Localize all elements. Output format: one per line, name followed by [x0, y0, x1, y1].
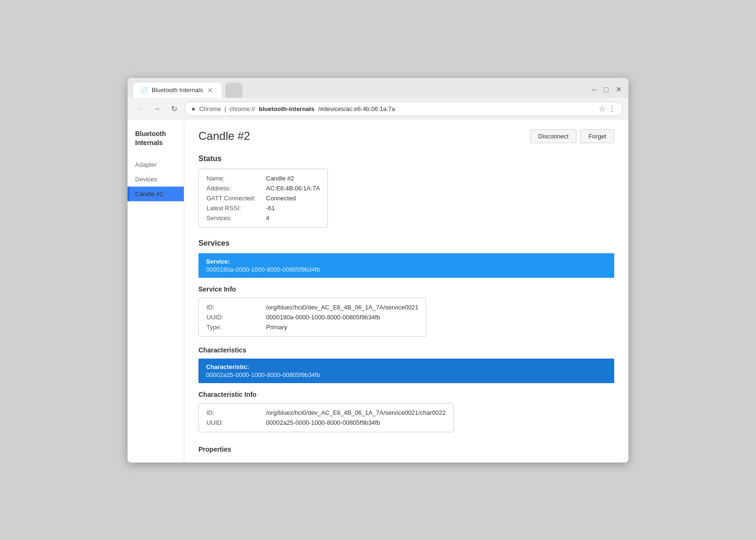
sidebar-item-candle[interactable]: Candle #2: [128, 187, 184, 201]
service-uuid-label: UUID:: [206, 314, 263, 321]
char-bar-uuid: 00002a25-0000-1000-8000-00805f9b34fb: [206, 371, 607, 378]
url-host: bluetooth-internals: [259, 105, 315, 112]
address-actions: ☆ ⋮: [599, 104, 616, 113]
properties-section-title: Properties: [198, 446, 614, 453]
url-path: /#devices/ac:e6:4b:06:1a:7a: [318, 105, 395, 112]
address-bar[interactable]: ● Chrome | chrome:// bluetooth-internals…: [184, 102, 623, 116]
more-icon[interactable]: ⋮: [608, 104, 616, 113]
active-tab[interactable]: 📄 Bluetooth Internals ✕: [133, 83, 222, 98]
header-buttons: Disconnect Forget: [530, 129, 614, 143]
tab-title: Bluetooth Internals: [152, 86, 203, 94]
sidebar: BluetoothInternals Adapter Devices Candl…: [128, 120, 184, 463]
content-area: BluetoothInternals Adapter Devices Candl…: [128, 120, 628, 463]
page-title: Candle #2: [198, 129, 250, 143]
service-id-value: /org/bluez/hci0/dev_AC_E6_4B_06_1A_7A/se…: [266, 304, 418, 311]
characteristic-bar[interactable]: Characteristic: 00002a25-0000-1000-8000-…: [198, 359, 614, 383]
service-type-label: Type:: [206, 324, 263, 331]
bookmark-icon[interactable]: ☆: [599, 104, 605, 113]
char-id-value: /org/bluez/hci0/dev_AC_E6_4B_06_1A_7A/se…: [266, 409, 446, 416]
forward-button[interactable]: →: [150, 102, 163, 115]
browser-window: 📄 Bluetooth Internals ✕ – □ ✕ ← → ↻ ● Ch…: [128, 78, 628, 463]
status-gatt-row: GATT Connected: Connected: [206, 195, 320, 202]
status-services-row: Services: 4: [206, 214, 320, 222]
url-prefix: Chrome | chrome://: [199, 105, 255, 112]
toolbar: ← → ↻ ● Chrome | chrome:// bluetooth-int…: [128, 98, 628, 120]
minimize-button[interactable]: –: [590, 86, 598, 94]
service-bar[interactable]: Service: 0000180a-0000-1000-8000-00805f9…: [198, 253, 614, 278]
window-controls: – □ ✕: [590, 86, 623, 98]
service-bar-label: Service:: [206, 258, 607, 265]
page-header: Candle #2 Disconnect Forget: [198, 129, 614, 143]
status-rssi-row: Latest RSSI: -61: [206, 205, 320, 212]
sidebar-app-title: BluetoothInternals: [128, 129, 184, 157]
status-rssi-value: -61: [266, 205, 275, 212]
services-section-title: Services: [198, 239, 614, 248]
title-bar: 📄 Bluetooth Internals ✕ – □ ✕: [128, 78, 628, 98]
reload-button[interactable]: ↻: [167, 102, 180, 115]
status-gatt-value: Connected: [266, 195, 296, 202]
service-uuid-value: 0000180a-0000-1000-8000-00805f9b34fb: [266, 314, 380, 321]
status-section-title: Status: [198, 154, 614, 163]
back-button[interactable]: ←: [133, 102, 146, 115]
char-id-row: ID: /org/bluez/hci0/dev_AC_E6_4B_06_1A_7…: [206, 409, 446, 416]
char-uuid-label: UUID:: [206, 419, 263, 426]
close-button[interactable]: ✕: [614, 86, 623, 94]
service-bar-uuid: 0000180a-0000-1000-8000-00805f9b34fb: [206, 266, 607, 273]
forget-button[interactable]: Forget: [580, 129, 614, 143]
status-address-label: Address:: [206, 185, 263, 192]
status-name-label: Name:: [206, 175, 263, 182]
new-tab-placeholder: [225, 83, 242, 98]
status-address-row: Address: AC:E6:4B:06:1A:7A: [206, 185, 320, 192]
char-bar-label: Characteristic:: [206, 363, 607, 370]
service-type-value: Primary: [266, 324, 287, 331]
service-info-box: ID: /org/bluez/hci0/dev_AC_E6_4B_06_1A_7…: [198, 298, 426, 337]
maximize-button[interactable]: □: [602, 86, 610, 94]
status-gatt-label: GATT Connected:: [206, 195, 263, 202]
char-uuid-value: 00002a25-0000-1000-8000-00805f9b34fb: [266, 419, 380, 426]
char-info-title: Characteristic Info: [198, 391, 614, 398]
tab-close-button[interactable]: ✕: [206, 86, 214, 94]
char-id-label: ID:: [206, 409, 263, 416]
service-info-title: Service Info: [198, 285, 614, 293]
status-services-value: 4: [266, 214, 269, 222]
globe-icon: ●: [191, 105, 195, 112]
characteristics-section-title: Characteristics: [198, 346, 614, 354]
status-rssi-label: Latest RSSI:: [206, 205, 263, 212]
tab-page-icon: 📄: [141, 87, 148, 94]
main-panel: Candle #2 Disconnect Forget Status Name:…: [184, 120, 628, 463]
char-uuid-row: UUID: 00002a25-0000-1000-8000-00805f9b34…: [206, 419, 446, 426]
status-address-value: AC:E6:4B:06:1A:7A: [266, 185, 320, 192]
service-type-row: Type: Primary: [206, 324, 418, 331]
service-id-row: ID: /org/bluez/hci0/dev_AC_E6_4B_06_1A_7…: [206, 304, 418, 311]
service-id-label: ID:: [206, 304, 263, 311]
status-info-box: Name: Candle #2 Address: AC:E6:4B:06:1A:…: [198, 169, 328, 228]
status-name-value: Candle #2: [266, 175, 294, 182]
service-uuid-row: UUID: 0000180a-0000-1000-8000-00805f9b34…: [206, 314, 418, 321]
char-info-box: ID: /org/bluez/hci0/dev_AC_E6_4B_06_1A_7…: [198, 403, 454, 432]
status-services-label: Services:: [206, 214, 263, 222]
disconnect-button[interactable]: Disconnect: [530, 129, 576, 143]
status-name-row: Name: Candle #2: [206, 175, 320, 182]
sidebar-item-adapter[interactable]: Adapter: [128, 157, 184, 172]
sidebar-item-devices[interactable]: Devices: [128, 172, 184, 187]
